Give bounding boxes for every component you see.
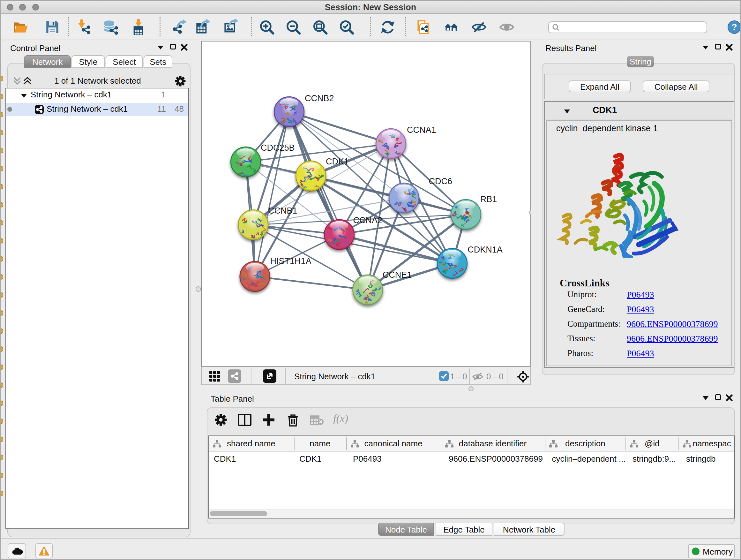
svg-text:CCNA1: CCNA1 — [407, 125, 436, 135]
svg-text:CCNE1: CCNE1 — [383, 270, 412, 280]
svg-text:?: ? — [731, 22, 737, 32]
svg-text:HIST1H1A: HIST1H1A — [270, 256, 312, 266]
svg-text:CCNA2: CCNA2 — [353, 215, 383, 225]
svg-text:CCNB1: CCNB1 — [268, 206, 297, 215]
svg-text:CDKN1A: CDKN1A — [468, 245, 502, 254]
svg-text:CDK1: CDK1 — [326, 157, 349, 166]
svg-text:CDC6: CDC6 — [429, 177, 453, 186]
svg-text:RB1: RB1 — [480, 194, 497, 204]
svg-text:CDC25B: CDC25B — [261, 143, 295, 152]
svg-text:CCNB2: CCNB2 — [305, 94, 334, 103]
